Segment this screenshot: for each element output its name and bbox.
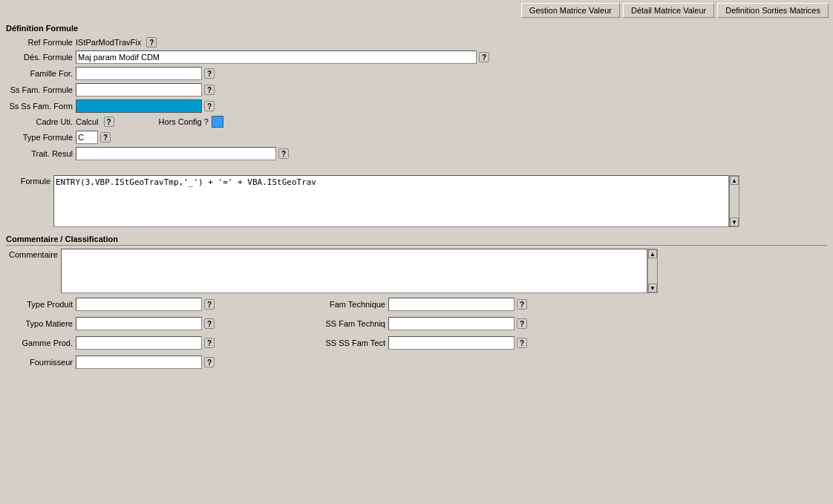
formule-section: Formule ▲ ▼	[6, 175, 827, 227]
section-title: Définition Formule	[6, 24, 827, 33]
ss-ss-fam-form-help-icon[interactable]: ?	[204, 101, 215, 111]
des-formule-help-icon[interactable]: ?	[479, 52, 489, 62]
type-produit-input[interactable]	[76, 298, 202, 311]
ref-formule-row: Ref Formule IStParModTravFix ?	[6, 37, 827, 48]
fournisseur-row: Fournisseur ?	[6, 356, 215, 369]
typo-matiere-help-icon[interactable]: ?	[204, 318, 215, 329]
commentaire-textarea[interactable]	[61, 249, 647, 293]
ss-ss-fam-form-row: Ss Ss Fam. Form ?	[6, 99, 827, 113]
definition-sorties-button[interactable]: Definition Sorties Matrices	[717, 3, 829, 18]
commentaire-section-title: Commentaire / Classification	[6, 235, 827, 246]
type-formule-help-icon[interactable]: ?	[100, 132, 111, 143]
type-formule-label: Type Formule	[6, 133, 73, 142]
commentaire-section: Commentaire / Classification Commentaire…	[6, 235, 827, 293]
ss-fam-formule-label: Ss Fam. Formule	[6, 85, 73, 94]
ss-fam-formule-help-icon[interactable]: ?	[204, 85, 215, 95]
ss-ss-fam-tech-input[interactable]	[388, 336, 514, 350]
fournisseur-input[interactable]	[76, 356, 202, 369]
ref-formule-value: IStParModTravFix	[76, 38, 141, 47]
ss-fam-techniq-row: SS Fam Techniq ?	[304, 317, 527, 330]
ss-ss-fam-tech-label: SS SS Fam Tect	[304, 338, 385, 347]
des-formule-row: Dés. Formule ?	[6, 50, 827, 64]
fournisseur-label: Fournisseur	[6, 358, 73, 367]
ss-ss-fam-tech-row: SS SS Fam Tect ?	[304, 336, 527, 350]
typo-matiere-row: Typo Matiere ?	[6, 317, 215, 330]
famille-for-label: Famille For.	[6, 69, 73, 78]
gamme-prod-row: Gamme Prod. ?	[6, 336, 215, 350]
type-produit-label: Type Produit	[6, 300, 73, 309]
cadre-uti-help-icon[interactable]: ?	[104, 117, 114, 127]
type-formule-input[interactable]	[76, 131, 98, 144]
ss-fam-techniq-help-icon[interactable]: ?	[517, 318, 527, 329]
top-bar: Gestion Matrice Valeur Détail Matrice Va…	[0, 0, 833, 21]
type-produit-row: Type Produit ?	[6, 298, 215, 311]
fam-technique-row: Fam Technique ?	[304, 298, 527, 311]
commentaire-scroll-up-icon[interactable]: ▲	[648, 249, 657, 258]
des-formule-input[interactable]	[76, 50, 477, 64]
ss-fam-formule-input[interactable]	[76, 83, 202, 96]
formule-scrollbar[interactable]: ▲ ▼	[729, 175, 739, 227]
ss-fam-formule-row: Ss Fam. Formule ?	[6, 83, 827, 96]
ref-formule-help-icon[interactable]: ?	[146, 37, 157, 48]
trait-resul-input[interactable]	[76, 147, 276, 160]
commentaire-label: Commentaire	[6, 249, 58, 259]
typo-matiere-input[interactable]	[76, 317, 202, 330]
formule-textarea[interactable]	[53, 175, 729, 227]
gestion-matrice-button[interactable]: Gestion Matrice Valeur	[521, 3, 620, 18]
gamme-prod-input[interactable]	[76, 336, 202, 350]
hors-config-container: Hors Config ?	[159, 116, 223, 128]
famille-for-input[interactable]	[76, 67, 202, 80]
fournisseur-help-icon[interactable]: ?	[204, 357, 215, 367]
main-content: Définition Formule Ref Formule IStParMod…	[0, 21, 833, 375]
ss-fam-techniq-input[interactable]	[388, 317, 514, 330]
bottom-left-col: Type Produit ? Typo Matiere ? Gamme Prod…	[6, 298, 215, 372]
fam-technique-input[interactable]	[388, 298, 514, 311]
trait-resul-row: Trait. Resul ?	[6, 147, 827, 160]
bottom-fields: Type Produit ? Typo Matiere ? Gamme Prod…	[6, 298, 827, 372]
trait-resul-help-icon[interactable]: ?	[278, 148, 289, 159]
cadre-uti-label: Cadre Uti.	[6, 117, 73, 126]
ref-formule-label: Ref Formule	[6, 38, 73, 47]
fam-technique-help-icon[interactable]: ?	[517, 299, 527, 310]
ss-fam-techniq-label: SS Fam Techniq	[304, 319, 385, 328]
ss-ss-fam-form-label: Ss Ss Fam. Form	[6, 102, 73, 111]
formule-label: Formule	[6, 175, 50, 186]
cadre-uti-value: Calcul	[76, 117, 99, 126]
cadre-uti-row: Cadre Uti. Calcul ? Hors Config ?	[6, 116, 827, 128]
ss-ss-fam-tech-help-icon[interactable]: ?	[517, 338, 527, 348]
type-formule-row: Type Formule ?	[6, 131, 827, 144]
trait-resul-label: Trait. Resul	[6, 149, 73, 158]
hors-config-checkbox[interactable]	[212, 116, 223, 128]
ss-ss-fam-form-input[interactable]	[76, 99, 202, 113]
commentaire-scrollbar[interactable]: ▲ ▼	[647, 249, 658, 293]
famille-for-row: Famille For. ?	[6, 67, 827, 80]
gamme-prod-help-icon[interactable]: ?	[204, 338, 215, 348]
detail-matrice-button[interactable]: Détail Matrice Valeur	[623, 3, 714, 18]
scroll-down-icon[interactable]: ▼	[730, 217, 739, 226]
type-produit-help-icon[interactable]: ?	[204, 299, 215, 310]
bottom-right-col: Fam Technique ? SS Fam Techniq ? SS SS F…	[304, 298, 527, 372]
hors-config-label: Hors Config ?	[159, 117, 209, 126]
scroll-up-icon[interactable]: ▲	[730, 176, 739, 185]
commentaire-row: Commentaire ▲ ▼	[6, 249, 827, 293]
famille-for-help-icon[interactable]: ?	[204, 68, 215, 79]
commentaire-scroll-down-icon[interactable]: ▼	[648, 284, 657, 292]
fam-technique-label: Fam Technique	[304, 300, 385, 309]
typo-matiere-label: Typo Matiere	[6, 319, 73, 328]
gamme-prod-label: Gamme Prod.	[6, 338, 73, 347]
des-formule-label: Dés. Formule	[6, 53, 73, 62]
